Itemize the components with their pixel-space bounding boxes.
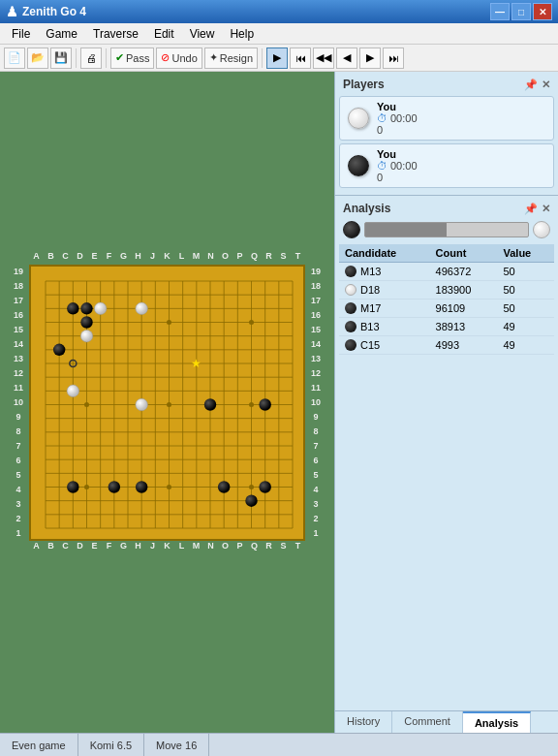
maximize-button[interactable]: □ [512,3,531,20]
close-button[interactable]: ✕ [533,3,552,20]
cand-value-3: 49 [497,318,554,336]
svg-point-44 [249,320,254,325]
analysis-header: Analysis 📌 ✕ [339,200,554,217]
right-coord-10: 10 [305,395,326,410]
board-container: ABCDEFGHJKLMNOPQRST 19181716151413121110… [8,251,326,554]
pass-button[interactable]: ✔ Pass [110,47,154,69]
print-button[interactable]: 🖨 [80,47,102,69]
right-panel: Players 📌 ✕ You ⏱ 00:00 0 [334,72,558,733]
player1-row: You ⏱ 00:00 0 [339,96,554,141]
bottom-coord-row: ABCDEFGHJKLMNOPQRST [29,541,305,554]
close-players-icon[interactable]: ✕ [542,79,550,91]
bottom-coord-O: O [218,541,232,554]
top-coord-J: J [145,251,160,265]
players-header-icons: 📌 ✕ [524,79,550,91]
pin-analysis-icon[interactable]: 📌 [524,203,538,215]
player2-row: You ⏱ 00:00 0 [339,143,554,188]
left-coord-11: 11 [8,381,29,395]
play-mode-button[interactable]: ▶ [266,47,288,69]
top-coords: ABCDEFGHJKLMNOPQRST [8,251,326,265]
svg-point-40 [84,485,89,489]
first-button[interactable]: ⏮ [290,47,311,69]
bottom-coord-L: L [174,541,189,554]
step-prev-button[interactable]: ◀ [336,47,357,69]
bottom-coord-C: C [58,541,73,554]
cand-count-1: 183900 [430,281,498,299]
right-coord-12: 12 [305,366,326,381]
new-button[interactable]: 📄 [4,47,25,69]
status-move: Move 16 [144,734,209,756]
cand-count-4: 4993 [430,336,498,355]
left-coord-17: 17 [8,294,29,308]
bottom-coord-R: R [262,541,276,554]
menu-item-help[interactable]: Help [222,25,262,43]
step-next-button[interactable]: ▶ [359,47,381,69]
svg-point-47 [67,302,78,314]
col-count: Count [430,244,498,263]
menu-item-file[interactable]: File [4,25,38,43]
tab-analysis[interactable]: Analysis [463,711,531,733]
right-coord-18: 18 [305,279,326,294]
svg-point-51 [204,398,216,410]
top-coord-H: H [131,251,145,265]
cand-name-2: M17 [360,302,381,314]
svg-point-45 [249,402,254,407]
title-icon: ♟ [6,4,18,19]
minimize-button[interactable]: — [490,3,510,20]
cand-cell-1: D18 [339,281,430,299]
go-board[interactable]: ★ [29,265,305,541]
cand-stone-0 [345,266,356,277]
undo-button[interactable]: ⊘ Undo [156,47,202,69]
save-button[interactable]: 💾 [50,47,72,69]
svg-point-50 [53,343,65,355]
win-rate-slider[interactable] [364,222,529,237]
right-coord-6: 6 [305,454,326,468]
top-coord-R: R [262,251,276,265]
right-coord-11: 11 [305,381,326,395]
status-komi: Komi 6.5 [78,734,144,756]
left-coord-8: 8 [8,425,29,439]
svg-point-56 [218,481,230,492]
right-coord-2: 2 [305,512,326,526]
win-rate-slider-row [339,217,554,244]
menu-item-view[interactable]: View [182,25,223,43]
top-coord-P: P [232,251,247,265]
prev-button[interactable]: ◀◀ [313,47,334,69]
svg-point-62 [67,385,78,396]
last-button[interactable]: ⏭ [383,47,404,69]
svg-point-41 [167,320,171,325]
bottom-coords: ABCDEFGHJKLMNOPQRST [8,541,326,554]
top-coord-F: F [102,251,116,265]
title-text: Zenith Go 4 [22,5,86,18]
top-coord-row: ABCDEFGHJKLMNOPQRST [29,251,305,265]
top-coord-C: C [58,251,73,265]
bottom-coord-A: A [29,541,44,554]
resign-button[interactable]: ✦ Resign [204,47,258,69]
open-button[interactable]: 📂 [27,47,48,69]
menu-item-edit[interactable]: Edit [146,25,182,43]
top-coord-S: S [276,251,291,265]
player1-name: You [377,101,545,112]
col-candidate: Candidate [339,244,430,263]
svg-point-54 [108,481,120,492]
players-header: Players 📌 ✕ [339,76,554,93]
col-value: Value [497,244,554,263]
toolbar-separator-3 [262,48,263,68]
left-coord-14: 14 [8,337,29,352]
player2-stone [348,155,369,176]
menu-item-traverse[interactable]: Traverse [85,25,146,43]
tab-history[interactable]: History [335,711,392,733]
menu-item-game[interactable]: Game [38,25,85,43]
cand-count-2: 96109 [430,299,498,318]
close-analysis-icon[interactable]: ✕ [542,203,550,215]
slider-white-stone [533,221,550,238]
tab-comment[interactable]: Comment [392,711,463,733]
left-coord-5: 5 [8,468,29,483]
player2-score: 0 [377,172,545,183]
status-game-type: Even game [0,734,78,756]
bottom-coord-M: M [189,541,203,554]
pin-icon[interactable]: 📌 [524,79,538,91]
right-coords: 19181716151413121110987654321 [305,265,326,541]
cand-name-0: M13 [360,266,381,277]
title-controls: — □ ✕ [490,3,552,20]
